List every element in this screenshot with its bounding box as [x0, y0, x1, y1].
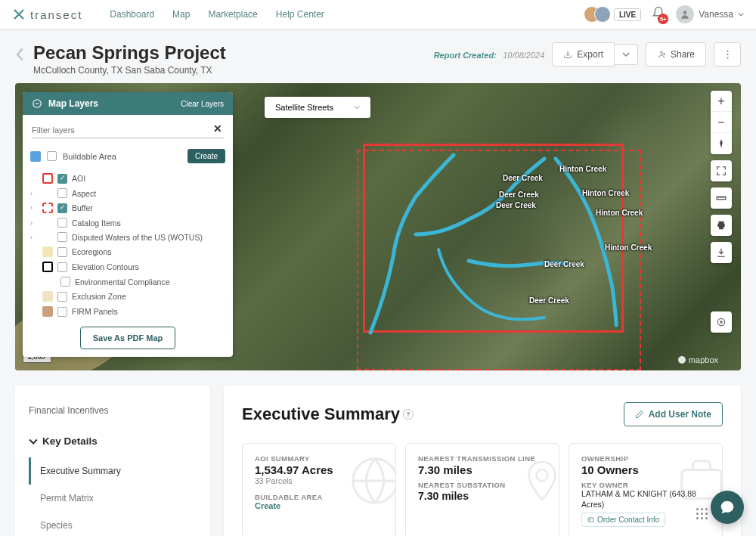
save-pdf-button[interactable]: Save As PDF Map	[80, 327, 176, 349]
collapse-icon[interactable]	[32, 98, 42, 109]
svg-point-2	[727, 50, 728, 51]
filter-row: ✕	[23, 115, 233, 143]
contact-icon	[587, 516, 594, 523]
expand-caret[interactable]: ›	[30, 204, 38, 212]
expand-caret[interactable]: ›	[30, 234, 38, 241]
svg-point-8	[720, 321, 722, 323]
add-user-note-button[interactable]: Add User Note	[624, 402, 723, 426]
layer-checkbox[interactable]	[57, 262, 67, 272]
creek-label: Hinton Creek	[605, 243, 652, 252]
chat-button[interactable]	[711, 491, 744, 524]
layer-label: Ecoregions	[72, 247, 225, 256]
edit-icon	[635, 410, 644, 419]
zoom-in-button[interactable]: +	[711, 91, 732, 112]
layer-row: Environmental Compliance	[23, 274, 233, 289]
report-date: 10/08/2024	[503, 51, 544, 60]
layer-checkbox[interactable]	[57, 247, 67, 257]
export-label: Export	[577, 49, 603, 60]
map-area[interactable]: Hinton CreekDeer CreekHinton CreekDeer C…	[15, 83, 741, 370]
nav-map[interactable]: Map	[172, 9, 190, 20]
layer-row: Ecoregions	[23, 244, 233, 259]
layer-row: Elevation Contours	[23, 259, 233, 274]
compass-icon	[716, 138, 727, 149]
key-details-heading[interactable]: Key Details	[29, 435, 197, 447]
map-settings-button[interactable]	[711, 311, 732, 333]
layer-row: ›Buffer	[23, 200, 233, 215]
export-dropdown[interactable]	[615, 44, 638, 65]
mapbox-attribution: mapbox	[677, 355, 718, 364]
presence-avatars[interactable]: LIVE	[584, 6, 641, 23]
expand-caret[interactable]: ›	[30, 219, 38, 227]
layer-checkbox[interactable]	[57, 203, 67, 213]
map-style-select[interactable]: Satellite Streets	[265, 97, 370, 118]
layer-row: ›Catalog Items	[23, 215, 233, 230]
buildable-checkbox[interactable]	[47, 151, 57, 161]
fullscreen-button[interactable]	[711, 160, 732, 181]
chevron-down-icon	[29, 437, 38, 446]
mapbox-text: mapbox	[689, 355, 718, 364]
layer-label: Buffer	[72, 203, 225, 212]
header-bar: Pecan Springs Project McCulloch County, …	[0, 30, 756, 83]
creek-label: Hinton Creek	[596, 209, 643, 217]
creek-label: Deer Creek	[496, 201, 536, 209]
buildable-label: Buildable Area	[63, 152, 181, 161]
layer-checkbox[interactable]	[57, 218, 67, 228]
mapbox-icon	[677, 355, 686, 364]
compass-button[interactable]	[711, 133, 732, 154]
layer-checkbox[interactable]	[57, 188, 67, 198]
layer-checkbox[interactable]	[60, 277, 70, 287]
svg-point-14	[590, 519, 591, 521]
more-button[interactable]	[714, 42, 741, 67]
chevron-down-icon	[622, 51, 630, 58]
layer-label: FIRM Panels	[72, 307, 225, 316]
notifications-button[interactable]: 5+	[652, 6, 665, 23]
financial-incentives-link[interactable]: Financial Incentives	[29, 402, 197, 419]
drag-handle-icon[interactable]	[696, 508, 708, 519]
side-item-permit-matrix[interactable]: Permit Matrix	[31, 485, 197, 512]
top-nav: transect Dashboard Map Marketplace Help …	[0, 0, 756, 30]
user-menu[interactable]: Vanessa	[676, 5, 744, 23]
side-item-executive-summary[interactable]: Executive Summary	[29, 457, 197, 485]
export-button[interactable]: Export	[552, 42, 615, 67]
print-button[interactable]	[711, 215, 732, 236]
download-button[interactable]	[711, 242, 732, 263]
nav-help[interactable]: Help Center	[276, 9, 324, 20]
back-button[interactable]	[15, 47, 26, 62]
user-avatar-icon	[676, 5, 694, 23]
nav-dashboard[interactable]: Dashboard	[110, 9, 154, 20]
es-title-text: Executive Summary	[242, 404, 400, 424]
brand-name: transect	[30, 8, 82, 21]
layer-swatch	[42, 262, 53, 272]
layer-checkbox[interactable]	[57, 232, 67, 242]
layers-title: Map Layers	[48, 98, 175, 109]
layer-label: Exclusion Zone	[72, 292, 225, 301]
side-item-species[interactable]: Species	[31, 512, 197, 536]
logo[interactable]: transect	[12, 8, 82, 21]
print-icon	[716, 220, 727, 231]
share-button[interactable]: Share	[646, 42, 706, 67]
clear-filter-icon[interactable]: ✕	[213, 122, 222, 135]
zoom-out-button[interactable]: −	[711, 112, 732, 133]
layer-label: Disputed Waters of the US (WOTUS)	[72, 233, 225, 242]
expand-caret[interactable]: ›	[30, 190, 38, 197]
layers-list: AOI›Aspect›Buffer›Catalog Items›Disputed…	[23, 169, 233, 319]
chat-icon	[719, 499, 736, 516]
export-icon	[563, 50, 572, 59]
creek-label: Hinton Creek	[559, 165, 606, 173]
title-block: Pecan Springs Project McCulloch County, …	[33, 42, 226, 76]
layer-checkbox[interactable]	[57, 307, 67, 317]
avatar-2	[594, 6, 611, 23]
nav-marketplace[interactable]: Marketplace	[208, 9, 257, 20]
layer-checkbox[interactable]	[57, 292, 67, 302]
clear-layers-button[interactable]: Clear Layers	[181, 100, 224, 108]
layers-panel: Map Layers Clear Layers ✕ Buildable Area…	[23, 92, 233, 357]
order-contact-button[interactable]: Order Contact Info	[581, 513, 665, 527]
filter-layers-input[interactable]	[32, 122, 224, 138]
layer-swatch	[42, 246, 53, 257]
help-icon[interactable]: ?	[403, 409, 414, 420]
aoi-summary-card: AOI SUMMARY 1,534.97 Acres 33 Parcels BU…	[242, 443, 396, 536]
create-buildable-button[interactable]: Create	[187, 149, 225, 163]
layer-row: ›Aspect	[23, 186, 233, 200]
layer-checkbox[interactable]	[57, 174, 67, 184]
measure-button[interactable]	[711, 187, 732, 209]
